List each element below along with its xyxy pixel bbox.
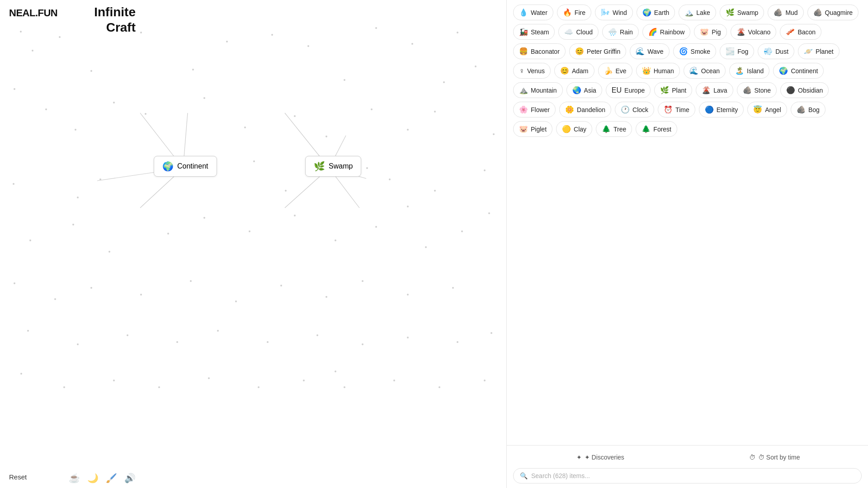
craft-item[interactable]: 😊Adam <box>554 63 594 79</box>
craft-item-emoji: 🌍 <box>642 8 651 17</box>
search-input[interactable] <box>531 472 855 479</box>
craft-item[interactable]: 🌈Rainbow <box>642 24 690 40</box>
canvas-dot <box>258 386 259 388</box>
craft-item[interactable]: ☁️Cloud <box>558 24 599 40</box>
craft-item[interactable]: 🪨Stone <box>737 82 777 98</box>
canvas-dot <box>425 246 427 248</box>
canvas-dot <box>484 169 486 171</box>
swamp-label: Swamp <box>329 162 353 170</box>
craft-item[interactable]: 🕐Clock <box>615 102 654 117</box>
canvas-dot <box>344 79 345 81</box>
canvas-dot <box>326 296 327 298</box>
craft-item-emoji: 🌈 <box>648 28 657 36</box>
craft-item[interactable]: 🌿Plant <box>654 82 692 98</box>
craft-item[interactable]: 🌫️Fog <box>720 43 754 59</box>
canvas-item-swamp[interactable]: 🌿 Swamp <box>305 156 361 177</box>
craft-item[interactable]: 😊Peter Griffin <box>569 43 626 59</box>
craft-item[interactable]: 🍌Eve <box>598 63 632 79</box>
craft-item[interactable]: 💨Dust <box>758 43 794 59</box>
craft-item-emoji: 🍔 <box>519 47 528 56</box>
craft-item[interactable]: 🏝️Island <box>729 63 769 79</box>
craft-item[interactable]: 🌧️Rain <box>602 24 639 40</box>
craft-item[interactable]: ⛰️Mountain <box>513 82 563 98</box>
craft-item[interactable]: 🌸Flower <box>513 102 556 117</box>
canvas-dot <box>235 300 237 302</box>
sort-label: ⏱ Sort by time <box>758 454 800 461</box>
craft-item[interactable]: 🌲Tree <box>596 121 632 137</box>
craft-item[interactable]: 🌼Dandelion <box>559 102 611 117</box>
craft-item-emoji: ⚫ <box>786 86 795 94</box>
craft-item[interactable]: 🪨Quagmire <box>807 5 859 20</box>
craft-item[interactable]: 😇Angel <box>747 102 787 117</box>
canvas-dot <box>439 386 440 388</box>
canvas-dot <box>45 108 47 110</box>
craft-item-emoji: 🌋 <box>736 28 745 36</box>
craft-item-label: Peter Griffin <box>587 48 620 55</box>
craft-item-emoji: 🪨 <box>813 8 822 17</box>
craft-item[interactable]: 💧Water <box>513 5 553 20</box>
craft-item[interactable]: 🔥Fire <box>557 5 591 20</box>
craft-item[interactable]: 🟡Clay <box>556 121 592 137</box>
craft-item[interactable]: 🌀Smoke <box>673 43 717 59</box>
craft-item[interactable]: 👑Human <box>636 63 680 79</box>
craft-item[interactable]: 🌿Swamp <box>720 5 764 20</box>
canvas-dot <box>267 341 269 343</box>
craft-item[interactable]: 🥓Bacon <box>780 24 821 40</box>
craft-item[interactable]: 🌬️Wind <box>595 5 633 20</box>
canvas-dot <box>294 115 296 117</box>
canvas-dot <box>411 43 413 45</box>
craft-item[interactable]: 🌊Ocean <box>684 63 726 79</box>
craft-item[interactable]: 🪨Bog <box>791 102 826 117</box>
canvas-dot <box>192 69 194 70</box>
craft-item[interactable]: 🪐Planet <box>798 43 840 59</box>
craft-item[interactable]: 🐷Piglet <box>513 121 552 137</box>
craft-item[interactable]: ⚫Obsidian <box>780 82 829 98</box>
craft-item[interactable]: 🌋Lava <box>696 82 733 98</box>
craft-item[interactable]: 🌏Asia <box>566 82 602 98</box>
craft-item[interactable]: 🌲Forest <box>636 121 677 137</box>
app-container: NEAL.FUN InfiniteCraft 🌍 Continent <box>0 0 868 488</box>
craft-item[interactable]: 🌍Earth <box>637 5 675 20</box>
craft-item[interactable]: EUEurope <box>606 82 651 98</box>
canvas-dot <box>75 129 76 131</box>
reset-button[interactable]: Reset <box>9 473 27 481</box>
canvas-dot <box>389 178 391 180</box>
craft-item-label: Smoke <box>691 48 711 55</box>
craft-item[interactable]: 🌊Wave <box>630 43 669 59</box>
craft-item-emoji: 🪐 <box>804 47 813 56</box>
craft-item-label: Fog <box>737 48 748 55</box>
canvas-dot <box>244 127 246 128</box>
craft-item-label: Clay <box>574 126 586 133</box>
canvas-item-continent[interactable]: 🌍 Continent <box>154 156 217 177</box>
search-bar[interactable]: 🔍 <box>513 468 862 483</box>
canvas-dot <box>108 251 110 253</box>
canvas-dot <box>158 386 160 388</box>
discoveries-tab[interactable]: ✦ ✦ Discoveries <box>513 450 688 465</box>
craft-item[interactable]: 🏔️Lake <box>679 5 716 20</box>
craft-item[interactable]: 🚂Steam <box>513 24 555 40</box>
craft-item[interactable]: 🪨Mud <box>768 5 803 20</box>
craft-item-emoji: 🕐 <box>621 105 630 114</box>
canvas-dot <box>303 380 305 381</box>
canvas-dot <box>326 136 327 137</box>
canvas-dot <box>493 133 495 135</box>
craft-item-emoji: 🌋 <box>702 86 711 94</box>
craft-item-emoji: 🔥 <box>563 8 572 17</box>
craft-item[interactable]: 🌍Continent <box>773 63 824 79</box>
craft-item[interactable]: ♀️Venus <box>513 63 551 79</box>
craft-item-label: Baconator <box>531 48 560 55</box>
canvas-dot <box>393 380 395 381</box>
craft-item-label: Swamp <box>737 9 759 16</box>
craft-item[interactable]: 🌋Volcano <box>731 24 777 40</box>
craft-item[interactable]: 🔵Eternity <box>699 102 744 117</box>
craft-item[interactable]: ⏰Time <box>658 102 695 117</box>
craft-item[interactable]: 🐷Pig <box>694 24 726 40</box>
sort-tab[interactable]: ⏱ ⏱ Sort by time <box>688 450 862 465</box>
canvas-area[interactable]: NEAL.FUN InfiniteCraft 🌍 Continent <box>0 0 506 488</box>
craft-item[interactable]: 🍔Baconator <box>513 43 566 59</box>
continent-emoji: 🌍 <box>162 161 174 172</box>
craft-item-label: Rain <box>620 28 633 36</box>
canvas-dot <box>167 233 169 235</box>
craft-item-label: Dust <box>775 48 788 55</box>
canvas-dot <box>190 280 192 282</box>
